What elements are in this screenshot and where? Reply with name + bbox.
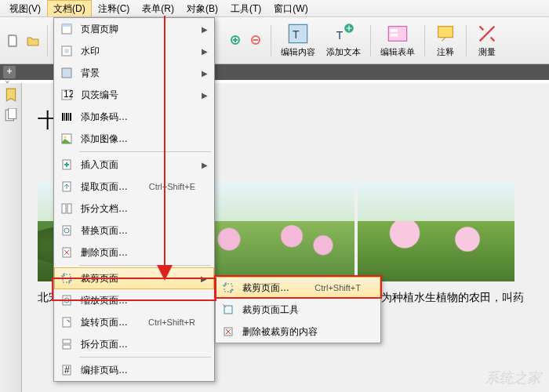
menu-item[interactable]: 水印▶: [54, 40, 214, 62]
menu-item-label: 添加图像…: [81, 132, 128, 146]
sidebar: [0, 83, 22, 392]
menu-item-label: 删除被裁剪的内容: [242, 325, 318, 339]
zoom-out-icon[interactable]: [247, 31, 266, 50]
svg-rect-22: [66, 113, 67, 121]
document-menu-dropdown: 页眉页脚▶水印▶背景▶12贝茨编号▶添加条码…添加图像…插入页面▶提取页面…Ct…: [53, 17, 215, 382]
menu-window[interactable]: 窗口(W): [267, 0, 314, 16]
menu-item-label: 缩放页面…: [81, 294, 128, 307]
sp-icon: [59, 336, 75, 352]
ep-icon: [59, 179, 75, 194]
svg-point-26: [64, 136, 67, 139]
menu-item-label: 贝茨编号: [81, 89, 118, 102]
im-icon: [59, 131, 75, 147]
menu-item[interactable]: 裁剪页面…Ctrl+Shift+T: [216, 277, 380, 299]
menu-item[interactable]: 裁剪页面▶: [54, 267, 214, 289]
menu-item[interactable]: 旋转页面…Ctrl+Shift+R: [54, 311, 214, 333]
menu-item[interactable]: 提取页面…Ctrl+Shift+E: [54, 176, 214, 198]
menu-item-label: 添加条码…: [81, 111, 128, 124]
svg-point-16: [64, 49, 69, 53]
dc-icon: [220, 324, 236, 339]
menu-object[interactable]: 对象(B): [180, 0, 224, 16]
menu-item-label: 提取页面…: [81, 180, 128, 194]
menu-item[interactable]: 背景▶: [54, 62, 214, 84]
menu-item-label: 删除页面…: [81, 246, 128, 260]
zp-icon: [59, 292, 75, 308]
svg-rect-8: [391, 29, 398, 32]
menu-item-label: 页眉页脚: [81, 23, 118, 36]
zoom-in-icon[interactable]: [227, 31, 245, 50]
pages-icon[interactable]: [4, 108, 18, 122]
menu-item-label: 拆分页面…: [81, 338, 128, 351]
menu-item[interactable]: 删除页面…: [54, 241, 214, 263]
svg-rect-37: [63, 339, 71, 343]
svg-rect-38: [63, 345, 71, 349]
cp-icon: [59, 270, 75, 286]
rt-icon: [59, 314, 75, 330]
menu-item[interactable]: 替换页面…: [54, 220, 214, 241]
menu-item[interactable]: 添加条码…: [54, 106, 214, 128]
submenu-arrow-icon: ▶: [201, 274, 207, 283]
menu-item[interactable]: 删除被裁剪的内容: [216, 321, 380, 343]
bt-icon: 12: [59, 87, 75, 103]
submenu-arrow-icon: ▶: [202, 47, 208, 56]
submenu-arrow-icon: ▶: [202, 91, 208, 100]
hf-icon: [59, 21, 75, 37]
menu-form[interactable]: 表单(R): [136, 0, 180, 16]
svg-rect-17: [62, 68, 71, 78]
svg-rect-9: [391, 34, 398, 37]
bc-icon: [59, 109, 75, 125]
menu-item-label: 旋转页面…: [81, 316, 128, 329]
menu-item[interactable]: 插入页面▶: [54, 154, 214, 176]
crop-submenu: 裁剪页面…Ctrl+Shift+T裁剪页面工具删除被裁剪的内容: [215, 276, 381, 343]
shortcut-label: Ctrl+Shift+E: [149, 182, 195, 191]
doc-image-2: [198, 181, 354, 281]
sd-icon: [59, 201, 75, 216]
ct-icon: [220, 302, 236, 318]
menu-item[interactable]: 拆分页面…: [54, 333, 214, 355]
cp-icon: [220, 280, 236, 296]
menu-view[interactable]: 视图(V): [3, 0, 47, 16]
menu-tools[interactable]: 工具(T): [224, 0, 267, 16]
svg-text:12: 12: [64, 89, 73, 100]
measure-button[interactable]: 测量: [471, 21, 503, 60]
menu-item-label: 裁剪页面工具: [242, 303, 299, 317]
menu-item-label: 编排页码…: [81, 364, 128, 377]
menu-item-label: 插入页面: [81, 158, 118, 172]
doc-image-3: [358, 181, 514, 281]
menu-item[interactable]: 12贝茨编号▶: [54, 84, 214, 106]
menu-annotate[interactable]: 注释(C): [92, 0, 136, 16]
menu-item[interactable]: 添加图像…: [54, 128, 214, 150]
menu-item[interactable]: 页眉页脚▶: [54, 18, 214, 40]
add-text-button[interactable]: T添加文本: [322, 21, 365, 60]
menu-item-label: 替换页面…: [81, 224, 128, 238]
svg-rect-21: [64, 113, 65, 121]
edit-form-button[interactable]: 编辑表单: [376, 21, 420, 60]
new-tab-button[interactable]: +: [3, 66, 16, 78]
menu-item-label: 背景: [81, 67, 100, 80]
menu-item-label: 裁剪页面: [81, 272, 118, 285]
bookmark-icon[interactable]: [4, 88, 18, 102]
shortcut-label: Ctrl+Shift+T: [314, 283, 361, 292]
shortcut-label: Ctrl+Shift+R: [148, 318, 195, 327]
svg-rect-14: [62, 24, 71, 27]
menu-item-label: 拆分文档…: [81, 202, 128, 216]
open-icon[interactable]: [24, 31, 42, 50]
menu-item-label: 水印: [81, 45, 100, 58]
menu-item[interactable]: 裁剪页面工具: [216, 299, 380, 321]
menu-document[interactable]: 文档(D): [47, 0, 92, 16]
submenu-arrow-icon: ▶: [202, 25, 208, 34]
svg-rect-12: [8, 108, 16, 119]
new-icon[interactable]: [3, 31, 22, 50]
svg-text:#: #: [64, 365, 70, 376]
menu-item[interactable]: 拆分文档…: [54, 198, 214, 220]
menu-item[interactable]: 缩放页面…: [54, 289, 214, 311]
svg-rect-29: [62, 204, 66, 213]
annotate-button[interactable]: 注释: [430, 21, 461, 60]
menu-item[interactable]: #编排页码…: [54, 359, 214, 381]
edit-content-button[interactable]: T编辑内容: [276, 21, 320, 60]
bg-icon: [59, 65, 75, 81]
svg-rect-20: [62, 113, 64, 121]
svg-rect-24: [70, 113, 71, 121]
ip-icon: [59, 157, 75, 172]
submenu-arrow-icon: ▶: [202, 161, 208, 169]
